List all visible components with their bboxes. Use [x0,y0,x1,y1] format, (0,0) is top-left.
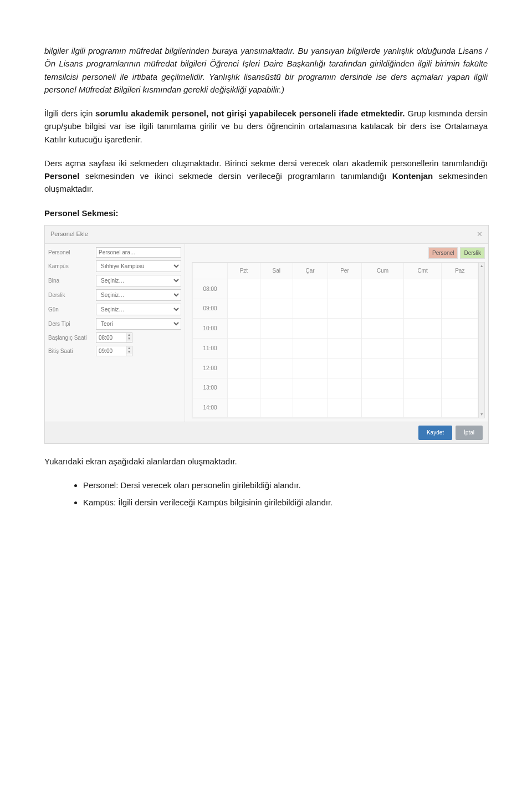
bina-select[interactable]: Seçiniz… [96,275,181,286]
schedule-slot[interactable] [293,378,328,398]
schedule-slot[interactable] [260,299,293,319]
schedule-slot[interactable] [228,279,260,299]
schedule-slot[interactable] [293,319,328,339]
schedule-day-header: Per [328,263,362,279]
schedule-slot[interactable] [442,398,478,418]
legend-derslik: Derslik [460,247,485,259]
bitis-input[interactable] [96,346,126,356]
spin-up-icon[interactable]: ▲ [126,346,132,350]
schedule-slot[interactable] [362,339,404,359]
schedule-slot[interactable] [403,279,442,299]
schedule-slot[interactable] [362,359,404,378]
schedule-slot[interactable] [403,398,442,418]
label-derslik: Derslik [48,291,96,300]
derslik-select[interactable]: Seçiniz… [96,289,181,301]
schedule-slot[interactable] [328,279,362,299]
schedule-slot[interactable] [403,359,442,378]
label-kampus: Kampüs [48,262,96,271]
schedule-day-header: Çar [293,263,328,279]
spin-down-icon[interactable]: ▼ [126,337,132,341]
schedule-slot[interactable] [228,398,260,418]
schedule-time-cell: 10:00 [193,319,228,339]
schedule-slot[interactable] [362,378,404,398]
schedule-slot[interactable] [362,319,404,339]
schedule-slot[interactable] [442,319,478,339]
label-bitis: Bitiş Saati [48,347,96,356]
schedule-time-cell: 09:00 [193,299,228,319]
derstipi-select[interactable]: Teori [96,318,181,330]
spin-down-icon[interactable]: ▼ [126,350,132,354]
schedule-scrollbar[interactable]: ▲ ▼ [478,263,484,418]
schedule-slot[interactable] [362,279,404,299]
schedule-slot[interactable] [403,339,442,359]
label-baslangic: Başlangıç Saati [48,334,96,342]
legend-personel: Personel [428,247,458,259]
close-icon[interactable]: ✕ [477,229,483,240]
p2-pre: İlgili ders için [44,109,95,118]
schedule-day-header: Sal [260,263,293,279]
schedule-slot[interactable] [328,398,362,418]
schedule-slot[interactable] [442,359,478,378]
paragraph-4: Yukarıdaki ekran aşağıdaki alanlardan ol… [44,455,488,468]
schedule-slot[interactable] [403,299,442,319]
schedule-slot[interactable] [260,319,293,339]
scroll-up-icon[interactable]: ▲ [479,263,484,269]
form-left-column: Personel Kampüs Sıhhiye Kampüsü Bina Seç… [45,244,185,422]
schedule-slot[interactable] [442,279,478,299]
schedule-day-header [193,263,228,279]
schedule-slot[interactable] [260,279,293,299]
schedule-day-header: Cum [362,263,404,279]
schedule-slot[interactable] [260,339,293,359]
personel-input[interactable] [96,247,181,258]
schedule-time-cell: 12:00 [193,359,228,378]
schedule-slot[interactable] [260,378,293,398]
schedule-slot[interactable] [328,299,362,319]
schedule-slot[interactable] [328,319,362,339]
schedule-time-cell: 11:00 [193,339,228,359]
form-right-column: Personel Derslik PztSalÇarPerCumCmtPaz 0… [185,244,488,422]
paragraph-italic: bilgiler ilgili programın müfredat bilgi… [44,44,488,96]
schedule-slot[interactable] [293,339,328,359]
section-title: Personel Sekmesi: [44,207,488,219]
schedule-slot[interactable] [442,339,478,359]
schedule-slot[interactable] [228,359,260,378]
schedule-day-header: Paz [442,263,478,279]
schedule-slot[interactable] [228,339,260,359]
schedule-slot[interactable] [293,398,328,418]
cancel-button[interactable]: İptal [456,426,483,440]
schedule-slot[interactable] [260,398,293,418]
schedule-slot[interactable] [293,359,328,378]
schedule-time-cell: 08:00 [193,279,228,299]
schedule-slot[interactable] [228,299,260,319]
schedule-day-header: Pzt [228,263,260,279]
schedule-time-cell: 13:00 [193,378,228,398]
kampus-select[interactable]: Sıhhiye Kampüsü [96,260,181,272]
schedule-slot[interactable] [328,359,362,378]
gun-select[interactable]: Seçiniz… [96,304,181,315]
schedule-day-header: Cmt [403,263,442,279]
schedule-slot[interactable] [293,299,328,319]
spin-up-icon[interactable]: ▲ [126,333,132,337]
schedule-slot[interactable] [228,319,260,339]
schedule-slot[interactable] [260,359,293,378]
schedule-time-cell: 14:00 [193,398,228,418]
schedule-slot[interactable] [328,378,362,398]
field-bullet-list: Personel: Dersi verecek olan personelin … [83,479,488,509]
schedule-slot[interactable] [362,398,404,418]
p3-mid: sekmesinden ve ikinci sekmede dersin ver… [79,171,392,181]
schedule-slot[interactable] [442,378,478,398]
schedule-slot[interactable] [442,299,478,319]
schedule-slot[interactable] [403,378,442,398]
schedule-slot[interactable] [362,299,404,319]
schedule-slot[interactable] [293,279,328,299]
baslangic-input[interactable] [96,332,126,343]
panel-header: Personel Ekle ✕ [45,226,488,244]
schedule-slot[interactable] [228,378,260,398]
save-button[interactable]: Kaydet [418,426,452,440]
list-item: Kampüs: İlgili dersin verileceği Kampüs … [83,496,488,509]
label-personel: Personel [48,248,96,257]
scroll-down-icon[interactable]: ▼ [479,412,484,418]
schedule-slot[interactable] [328,339,362,359]
schedule-slot[interactable] [403,319,442,339]
p3-pre: Ders açma sayfası iki sekmeden oluşmakta… [44,158,488,168]
